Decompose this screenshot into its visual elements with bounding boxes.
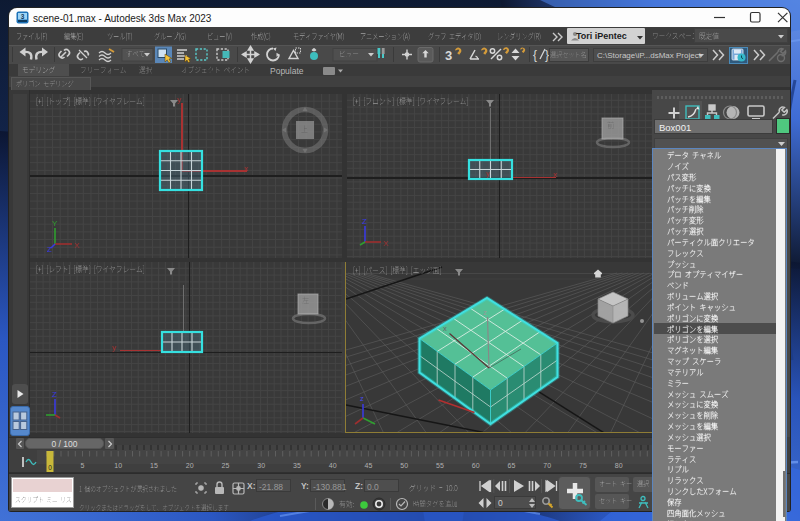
svg-text:Z: Z — [362, 217, 367, 226]
svg-text:3: 3 — [21, 13, 25, 20]
svg-text:5: 5 — [81, 462, 85, 469]
svg-text:Z: Z — [52, 390, 57, 399]
svg-text:45: 45 — [365, 462, 373, 469]
svg-text:z: z — [360, 394, 364, 403]
svg-text:55: 55 — [436, 462, 444, 469]
svg-text:X: X — [383, 239, 389, 248]
svg-text:{: { — [533, 48, 537, 62]
svg-text:z: z — [483, 308, 487, 317]
svg-text:30: 30 — [257, 462, 265, 469]
svg-text:35: 35 — [293, 462, 301, 469]
svg-text:Z: Z — [47, 245, 52, 254]
svg-text:Y: Y — [52, 219, 58, 228]
svg-text:75: 75 — [579, 462, 587, 469]
svg-text:80: 80 — [615, 462, 623, 469]
svg-text:65: 65 — [508, 462, 516, 469]
svg-text:70: 70 — [543, 462, 551, 469]
svg-text:x: x — [443, 324, 447, 333]
svg-text:3: 3 — [445, 48, 452, 63]
svg-text:15: 15 — [150, 462, 158, 469]
svg-text:10: 10 — [114, 462, 122, 469]
svg-text:X: X — [74, 241, 80, 250]
svg-text:50: 50 — [400, 462, 408, 469]
svg-text:60: 60 — [472, 462, 480, 469]
svg-text:20: 20 — [186, 462, 194, 469]
svg-text:0: 0 — [48, 464, 52, 471]
svg-text:40: 40 — [329, 462, 337, 469]
svg-text:25: 25 — [222, 462, 230, 469]
